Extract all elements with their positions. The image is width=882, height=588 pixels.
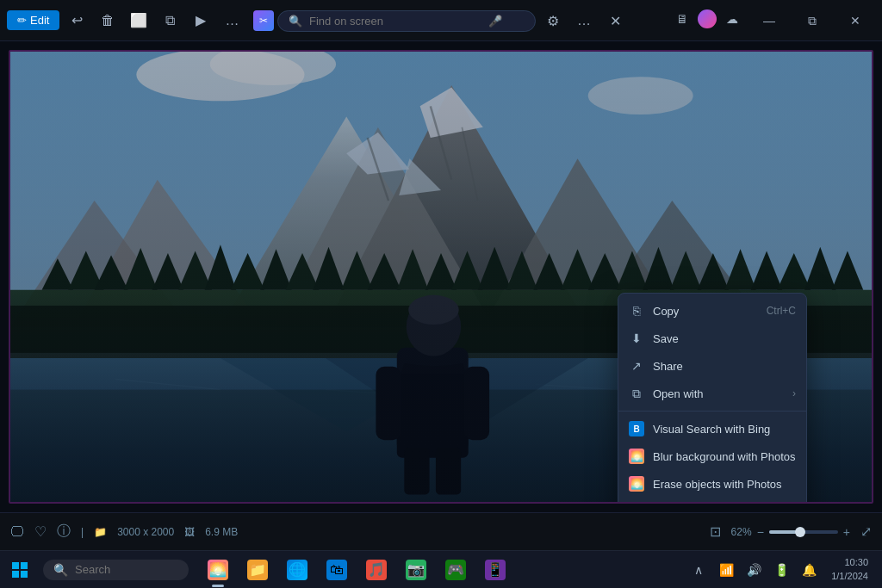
address-bar: 🔍 🎤	[277, 10, 536, 32]
windows-logo	[12, 562, 28, 578]
tray-battery[interactable]: 🔋	[769, 558, 793, 582]
maximize-button[interactable]: ⧉	[792, 7, 832, 34]
context-menu-bing-search[interactable]: B Visual Search with Bing	[618, 415, 806, 443]
more-options-button[interactable]: …	[570, 7, 598, 34]
copy-toolbar-button[interactable]: ⧉	[156, 7, 183, 34]
taskbar-right: ∧ 📶 🔊 🔋 🔔 10:30 1/1/2024	[686, 556, 882, 583]
window-controls: — ⧉ ✕	[749, 7, 875, 34]
context-menu-share[interactable]: ↗ Share	[618, 352, 806, 380]
delete-button[interactable]: 🗑	[94, 7, 121, 34]
edit-label: Edit	[30, 14, 49, 27]
photos-blur-icon: 🌅	[629, 449, 644, 464]
monitor-status-icon[interactable]: 🖵	[10, 524, 24, 540]
save-label: Save	[653, 332, 796, 345]
save-icon: ⬇	[629, 331, 644, 346]
tray-chevron[interactable]: ∧	[686, 558, 711, 582]
context-menu-erase-objects[interactable]: 🌅 Erase objects with Photos	[618, 470, 806, 498]
taskbar-app-photos[interactable]: 🌅	[199, 551, 237, 589]
share-icon: ↗	[629, 358, 644, 374]
taskbar-files-icon: 📁	[247, 560, 268, 580]
photo-area: ⎘ Copy Ctrl+C ⬇ Save ↗ Share ⧉ Open wit	[9, 50, 873, 504]
taskbar-search-input[interactable]	[75, 563, 178, 576]
clock-date: 1/1/2024	[831, 570, 868, 583]
tray-icon-cloud[interactable]: ☁	[720, 7, 744, 31]
tray-icon-purple[interactable]	[698, 9, 717, 28]
file-size: 6.9 MB	[205, 526, 238, 538]
copy-shortcut: Ctrl+C	[767, 305, 796, 317]
taskbar-app-camera[interactable]: 📷	[397, 551, 435, 589]
tray-notifications[interactable]: 🔔	[797, 558, 821, 582]
taskbar-store-icon: 🛍	[326, 560, 347, 580]
folder-icon: 📁	[94, 526, 107, 538]
search-taskbar-icon: 🔍	[53, 563, 68, 577]
context-menu-save[interactable]: ⬇ Save	[618, 325, 806, 352]
file-icon: 🖼	[184, 526, 195, 538]
erase-objects-label: Erase objects with Photos	[653, 478, 796, 491]
system-tray-top: 🖥 ☁	[670, 7, 744, 31]
share-label: Share	[653, 360, 796, 373]
app-window: ✏ Edit ↩ 🗑 ⬜ ⧉ ▶ … ✂ 🔍 🎤 ⚙ … ✕ 🖥 ☁	[0, 0, 882, 588]
taskbar-camera-icon: 📷	[406, 560, 426, 580]
snip-logo: ✂	[253, 10, 274, 31]
context-menu-open-with[interactable]: ⧉ Open with ›	[618, 380, 806, 407]
taskbar: 🔍 🌅 📁 🌐 🛍 🎵 📷 🎮	[0, 550, 882, 588]
crop-button[interactable]: ⬜	[125, 7, 152, 34]
taskbar-app-store[interactable]: 🛍	[318, 551, 356, 589]
close-tab-button[interactable]: ✕	[601, 7, 629, 34]
context-menu-copy[interactable]: ⎘ Copy Ctrl+C	[618, 297, 806, 325]
info-icon[interactable]: ⓘ	[57, 523, 71, 541]
main-content: ⎘ Copy Ctrl+C ⬇ Save ↗ Share ⧉ Open wit	[0, 41, 882, 512]
settings-button[interactable]: ⚙	[539, 7, 567, 34]
taskbar-search[interactable]: 🔍	[43, 560, 189, 580]
heart-icon[interactable]: ♡	[34, 523, 47, 540]
fullscreen-icon[interactable]: ⤢	[860, 523, 872, 540]
taskbar-app-xbox[interactable]: 🎮	[437, 551, 475, 589]
undo-button[interactable]: ↩	[63, 7, 90, 34]
photos-erase-icon: 🌅	[629, 476, 644, 492]
more-button[interactable]: …	[218, 7, 245, 34]
top-toolbar: ✏ Edit ↩ 🗑 ⬜ ⧉ ▶ … ✂ 🔍 🎤 ⚙ … ✕ 🖥 ☁	[0, 0, 882, 41]
search-icon: 🔍	[289, 15, 302, 28]
clock-time: 10:30	[831, 556, 868, 569]
context-menu-remove-bg[interactable]: 🎨 Remove background with Paint	[618, 498, 806, 504]
zoom-thumb[interactable]	[795, 527, 805, 537]
taskbar-app-edge[interactable]: 🌐	[278, 551, 316, 589]
tray-network[interactable]: 📶	[714, 558, 738, 582]
taskbar-clock[interactable]: 10:30 1/1/2024	[824, 556, 875, 583]
taskbar-media-icon: 🎵	[366, 560, 387, 580]
zoom-plus-icon[interactable]: +	[843, 525, 850, 539]
edit-button[interactable]: ✏ Edit	[7, 10, 59, 30]
image-size: 3000 x 2000	[117, 526, 174, 538]
blur-bg-label: Blur background with Photos	[653, 450, 796, 463]
address-bar-area: ✂ 🔍 🎤 ⚙ … ✕	[253, 7, 629, 34]
zoom-slider[interactable]	[769, 530, 838, 534]
copy-icon: ⎘	[629, 303, 644, 319]
zoom-minus-icon[interactable]: −	[757, 525, 764, 539]
microphone-icon: 🎤	[488, 15, 502, 28]
bing-search-label: Visual Search with Bing	[653, 423, 796, 436]
arrow-icon: ›	[792, 387, 796, 399]
taskbar-extra-icon: 📱	[485, 560, 506, 580]
tray-volume[interactable]: 🔊	[742, 558, 766, 582]
active-indicator	[212, 585, 224, 587]
close-button[interactable]: ✕	[835, 7, 875, 34]
copy-label: Copy	[653, 305, 758, 318]
taskbar-app-extra[interactable]: 📱	[476, 551, 514, 589]
start-button[interactable]	[0, 551, 40, 589]
svg-rect-67	[12, 571, 19, 578]
search-input[interactable]	[309, 15, 481, 28]
zoom-control: 62% − +	[731, 525, 850, 539]
fit-icon[interactable]: ⊡	[710, 523, 721, 540]
slideshow-button[interactable]: ▶	[187, 7, 214, 34]
tray-icon-monitor[interactable]: 🖥	[670, 7, 694, 31]
bing-icon: B	[629, 421, 644, 436]
context-menu-blur-bg[interactable]: 🌅 Blur background with Photos	[618, 443, 806, 470]
zoom-fill	[769, 530, 797, 534]
taskbar-photos-icon: 🌅	[208, 560, 228, 580]
taskbar-app-files[interactable]: 📁	[239, 551, 276, 589]
taskbar-app-media[interactable]: 🎵	[357, 551, 395, 589]
context-menu: ⎘ Copy Ctrl+C ⬇ Save ↗ Share ⧉ Open wit	[618, 293, 807, 504]
taskbar-edge-icon: 🌐	[287, 560, 307, 580]
minimize-button[interactable]: —	[749, 7, 789, 34]
taskbar-apps: 🌅 📁 🌐 🛍 🎵 📷 🎮 📱	[199, 551, 514, 589]
